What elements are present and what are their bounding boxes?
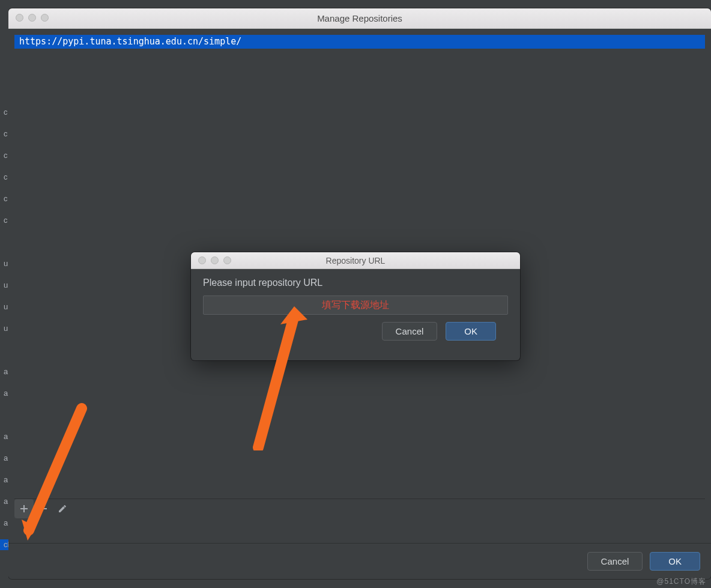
underlying-window-edge: ccc ccc uu uu aiai aiaiai aiai ch — [0, 0, 8, 588]
window-titlebar[interactable]: Manage Repositories — [8, 8, 711, 29]
plus-icon — [19, 504, 29, 514]
dialog-prompt: Please input repository URL — [203, 277, 508, 288]
minus-icon — [38, 504, 48, 514]
cancel-button[interactable]: Cancel — [587, 552, 643, 571]
repository-url-input[interactable] — [203, 296, 508, 315]
minimize-icon[interactable] — [28, 14, 36, 22]
dialog-title: Repository URL — [191, 256, 520, 265]
dialog-ok-button[interactable]: OK — [446, 322, 496, 341]
remove-repository-button[interactable] — [34, 499, 53, 518]
repository-row[interactable]: https://pypi.tuna.tsinghua.edu.cn/simple… — [14, 35, 705, 49]
zoom-icon[interactable] — [223, 256, 231, 264]
watermark: @51CTO博客 — [656, 577, 706, 587]
close-icon[interactable] — [198, 256, 206, 264]
dialog-cancel-button[interactable]: Cancel — [382, 322, 438, 341]
window-title: Manage Repositories — [8, 13, 711, 23]
pencil-icon — [58, 504, 67, 514]
repository-toolbar — [14, 499, 705, 518]
add-repository-button[interactable] — [14, 499, 34, 518]
ok-button[interactable]: OK — [650, 552, 700, 571]
repository-url-dialog: Repository URL Please input repository U… — [191, 252, 520, 360]
zoom-icon[interactable] — [41, 14, 49, 22]
edit-repository-button[interactable] — [53, 499, 72, 518]
traffic-lights — [16, 14, 49, 22]
window-footer: Cancel OK — [8, 543, 711, 579]
minimize-icon[interactable] — [211, 256, 219, 264]
dialog-titlebar[interactable]: Repository URL — [191, 252, 520, 269]
close-icon[interactable] — [16, 14, 23, 22]
